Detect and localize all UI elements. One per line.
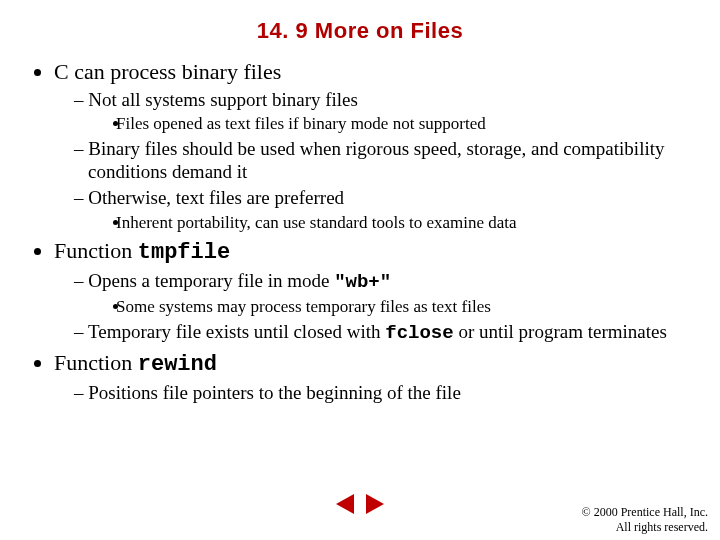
b2-code: tmpfile <box>138 240 230 265</box>
b3-pre: Function <box>54 350 138 375</box>
bullet-2-sublist: Opens a temporary file in mode "wb+" Som… <box>62 269 692 346</box>
b2-d1-code: "wb+" <box>334 271 391 293</box>
bullet-3-dash-1: Positions file pointers to the beginning… <box>88 381 692 405</box>
bullet-3-sublist: Positions file pointers to the beginning… <box>62 381 692 405</box>
prev-icon[interactable] <box>336 494 354 514</box>
bullet-1: C can process binary files Not all syste… <box>54 58 692 233</box>
bullet-1-sublist: Not all systems support binary files Fil… <box>62 88 692 234</box>
bullet-2-dash-1: Opens a temporary file in mode "wb+" Som… <box>88 269 692 318</box>
b2-d2-pre: Temporary file exists until closed with <box>88 321 385 342</box>
bullet-1-text: C can process binary files <box>54 59 281 84</box>
b1-d1-dot-1: Files opened as text files if binary mod… <box>130 113 692 134</box>
slide-container: 14. 9 More on Files C can process binary… <box>0 0 720 540</box>
b2-d2-code: fclose <box>385 322 453 344</box>
b1-d3-text: Otherwise, text files are preferred <box>88 187 344 208</box>
slide-title: 14. 9 More on Files <box>28 18 692 44</box>
b2-d1-pre: Opens a temporary file in mode <box>88 270 334 291</box>
copyright-line-2: All rights reserved. <box>582 520 708 534</box>
copyright-block: © 2000 Prentice Hall, Inc. All rights re… <box>582 505 708 534</box>
copyright-line-1: © 2000 Prentice Hall, Inc. <box>582 505 708 519</box>
bullet-3: Function rewind Positions file pointers … <box>54 349 692 404</box>
b2-d1-dot-1: Some systems may process temporary files… <box>130 296 692 317</box>
bullet-2-dash-2: Temporary file exists until closed with … <box>88 320 692 346</box>
bullet-1-dash-3: Otherwise, text files are preferred Inhe… <box>88 186 692 233</box>
b1-d3-dots: Inherent portability, can use standard t… <box>96 212 692 233</box>
b3-code: rewind <box>138 352 217 377</box>
next-icon[interactable] <box>366 494 384 514</box>
bullet-list: C can process binary files Not all syste… <box>34 58 692 405</box>
b1-d1-text: Not all systems support binary files <box>88 89 358 110</box>
bullet-2: Function tmpfile Opens a temporary file … <box>54 237 692 345</box>
bullet-1-dash-2: Binary files should be used when rigorou… <box>88 137 692 185</box>
b2-pre: Function <box>54 238 138 263</box>
b1-d1-dots: Files opened as text files if binary mod… <box>96 113 692 134</box>
b1-d3-dot-1: Inherent portability, can use standard t… <box>130 212 692 233</box>
bullet-1-dash-1: Not all systems support binary files Fil… <box>88 88 692 135</box>
b2-d1-dots: Some systems may process temporary files… <box>96 296 692 317</box>
b2-d2-post: or until program terminates <box>454 321 667 342</box>
